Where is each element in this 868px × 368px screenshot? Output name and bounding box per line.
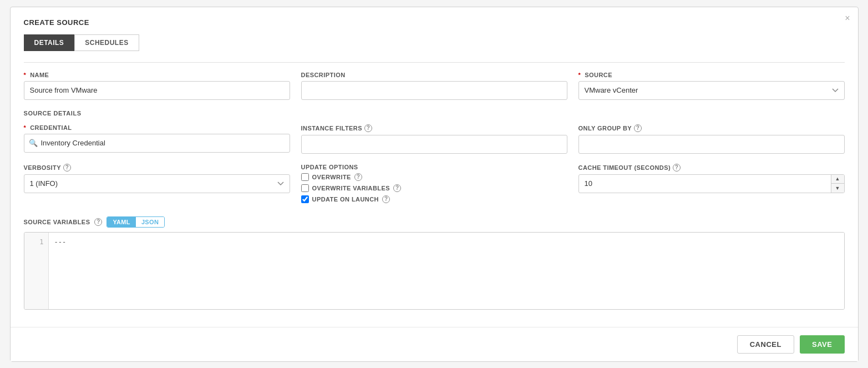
description-input[interactable]: [301, 81, 567, 100]
source-variables-help-icon[interactable]: ?: [94, 218, 102, 226]
source-label: * SOURCE: [578, 72, 845, 78]
credential-row: * CREDENTIAL 🔍 INSTANCE FILTERS ? ONLY G…: [24, 124, 845, 154]
only-group-by-label: ONLY GROUP BY ?: [578, 124, 845, 132]
source-variables-header: SOURCE VARIABLES ? YAML JSON: [24, 216, 845, 228]
cache-timeout-label: CACHE TIMEOUT (SECONDS) ?: [578, 164, 845, 172]
cancel-button[interactable]: CANCEL: [737, 335, 794, 354]
verbosity-select[interactable]: 1 (INFO): [24, 174, 290, 193]
code-content[interactable]: ---: [49, 233, 844, 309]
footer: CANCEL SAVE: [11, 327, 858, 361]
format-toggle: YAML JSON: [106, 216, 165, 228]
credential-input[interactable]: [41, 139, 285, 147]
credential-search-box[interactable]: 🔍: [24, 134, 290, 153]
overwrite-checkbox[interactable]: [301, 173, 309, 181]
credential-required-star: *: [24, 124, 27, 131]
overwrite-variables-checkbox[interactable]: [301, 184, 309, 192]
verbosity-row: VERBOSITY ? 1 (INFO) UPDATE OPTIONS OVER…: [24, 164, 845, 206]
overwrite-help-icon[interactable]: ?: [354, 173, 362, 181]
source-details-label: SOURCE DETAILS: [24, 110, 845, 117]
update-on-launch-help-icon[interactable]: ?: [382, 195, 390, 203]
update-options-group: UPDATE OPTIONS OVERWRITE ? OVERWRITE VAR…: [301, 164, 567, 206]
cache-timeout-up[interactable]: ▲: [831, 175, 844, 184]
only-group-by-input[interactable]: [578, 135, 845, 154]
instance-filters-field-group: INSTANCE FILTERS ?: [301, 124, 567, 154]
cache-timeout-down[interactable]: ▼: [831, 184, 844, 193]
tab-details[interactable]: DETAILS: [24, 34, 75, 51]
overwrite-variables-row: OVERWRITE VARIABLES ?: [301, 184, 567, 192]
source-variables-editor[interactable]: 1 ---: [24, 232, 845, 310]
tab-row: DETAILS SCHEDULES: [24, 34, 845, 51]
update-options-label: UPDATE OPTIONS: [301, 164, 567, 170]
instance-filters-help-icon[interactable]: ?: [364, 124, 372, 132]
overwrite-variables-label: OVERWRITE VARIABLES: [312, 185, 390, 191]
source-variables-section: SOURCE VARIABLES ? YAML JSON 1 ---: [24, 216, 845, 310]
name-required-star: *: [24, 72, 27, 78]
yaml-format-button[interactable]: YAML: [107, 217, 135, 227]
source-required-star: *: [578, 72, 581, 78]
source-variables-label: SOURCE VARIABLES: [24, 219, 90, 225]
instance-filters-label: INSTANCE FILTERS ?: [301, 124, 567, 132]
cache-timeout-input[interactable]: [578, 174, 845, 193]
name-label: * NAME: [24, 72, 290, 78]
update-on-launch-checkbox[interactable]: [301, 195, 309, 203]
top-fields-row: * NAME DESCRIPTION * SOURCE VMware vCent…: [24, 72, 845, 100]
save-button[interactable]: SAVE: [800, 335, 845, 354]
verbosity-label: VERBOSITY ?: [24, 164, 290, 172]
description-field-group: DESCRIPTION: [301, 72, 567, 100]
source-select[interactable]: VMware vCenter: [578, 81, 845, 100]
overwrite-variables-help-icon[interactable]: ?: [393, 184, 401, 192]
verbosity-field-group: VERBOSITY ? 1 (INFO): [24, 164, 290, 193]
line-numbers: 1: [24, 233, 49, 309]
update-on-launch-label: UPDATE ON LAUNCH: [312, 196, 379, 203]
json-format-button[interactable]: JSON: [136, 217, 164, 227]
tab-schedules[interactable]: SCHEDULES: [74, 34, 139, 51]
only-group-by-field-group: ONLY GROUP BY ?: [578, 124, 845, 154]
close-button[interactable]: ×: [845, 14, 850, 23]
credential-label: * CREDENTIAL: [24, 124, 290, 131]
divider: [24, 62, 845, 63]
cache-timeout-spinner: ▲ ▼: [831, 175, 844, 193]
only-group-by-help-icon[interactable]: ?: [634, 124, 642, 132]
overwrite-label: OVERWRITE: [312, 174, 351, 180]
name-field-group: * NAME: [24, 72, 290, 100]
instance-filters-input[interactable]: [301, 135, 567, 154]
create-source-modal: × CREATE SOURCE DETAILS SCHEDULES * NAME…: [10, 7, 859, 362]
update-on-launch-row: UPDATE ON LAUNCH ?: [301, 195, 567, 203]
name-input[interactable]: [24, 81, 290, 100]
credential-field-group: * CREDENTIAL 🔍: [24, 124, 290, 154]
cache-timeout-help-icon[interactable]: ?: [673, 164, 681, 172]
cache-timeout-field-group: CACHE TIMEOUT (SECONDS) ? ▲ ▼: [578, 164, 845, 193]
search-icon: 🔍: [29, 139, 38, 147]
source-field-group: * SOURCE VMware vCenter: [578, 72, 845, 100]
cache-timeout-wrapper: ▲ ▼: [578, 174, 845, 193]
description-label: DESCRIPTION: [301, 72, 567, 78]
verbosity-help-icon[interactable]: ?: [63, 164, 71, 172]
modal-title: CREATE SOURCE: [24, 18, 845, 27]
overwrite-row: OVERWRITE ?: [301, 173, 567, 181]
